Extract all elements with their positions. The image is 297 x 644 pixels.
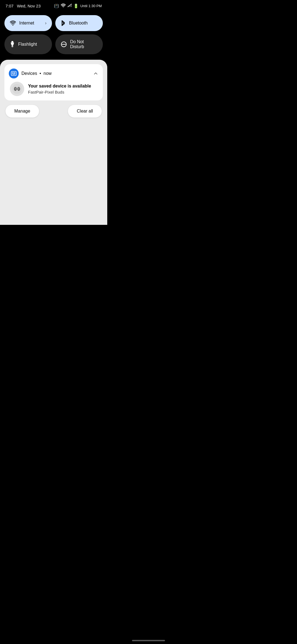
internet-tile[interactable]: Internet › [4, 15, 52, 31]
pixel-buds-icon [10, 82, 24, 96]
notification-app-icon [9, 69, 19, 78]
notification-title: Your saved device is available [28, 84, 91, 89]
flashlight-tile[interactable]: Flashlight [4, 34, 52, 54]
svg-rect-4 [71, 4, 72, 7]
status-icons: 📳 🔋 Until 1:30 PM [54, 3, 102, 9]
flashlight-icon [10, 41, 15, 48]
notification-text-block: Your saved device is available FastPair-… [28, 84, 91, 94]
svg-rect-2 [69, 5, 70, 7]
notification-app-name: Devices • now [21, 71, 52, 76]
svg-point-16 [12, 84, 22, 94]
svg-point-0 [63, 7, 64, 7]
notification-time: now [43, 71, 51, 76]
status-time-date: 7:07 Wed, Nov 23 [6, 4, 41, 8]
do-not-disturb-icon [61, 41, 67, 47]
wifi-tile-icon [10, 21, 16, 26]
time: 7:07 [6, 4, 13, 8]
svg-point-5 [12, 25, 13, 26]
svg-rect-13 [12, 72, 14, 73]
status-bar: 7:07 Wed, Nov 23 📳 🔋 [0, 0, 107, 11]
bluetooth-icon [61, 20, 66, 26]
do-not-disturb-tile[interactable]: Do Not Disturb [55, 34, 103, 54]
notification-area: Devices • now [0, 60, 107, 225]
internet-arrow-icon: › [45, 21, 46, 26]
bluetooth-tile[interactable]: Bluetooth [55, 15, 103, 31]
manage-button[interactable]: Manage [6, 105, 39, 118]
svg-rect-6 [12, 41, 13, 42]
battery-icon: 🔋 [73, 4, 79, 9]
notification-expand-button[interactable] [93, 71, 98, 76]
vibrate-icon: 📳 [54, 4, 59, 9]
do-not-disturb-tile-label: Do Not Disturb [70, 39, 97, 49]
notification-header: Devices • now [9, 69, 98, 78]
svg-rect-1 [68, 6, 68, 7]
signal-icon [67, 3, 72, 9]
svg-point-21 [15, 88, 16, 89]
svg-rect-3 [70, 4, 71, 7]
svg-rect-12 [11, 72, 16, 76]
bluetooth-tile-label: Bluetooth [69, 21, 88, 26]
svg-point-22 [18, 88, 19, 89]
wifi-icon [61, 3, 66, 9]
notification-content: Your saved device is available FastPair-… [9, 82, 98, 96]
notification-card: Devices • now [4, 64, 103, 100]
battery-label: Until 1:30 PM [80, 4, 102, 8]
notification-header-left: Devices • now [9, 69, 52, 78]
svg-marker-7 [11, 42, 14, 45]
clear-all-button[interactable]: Clear all [68, 105, 102, 118]
svg-rect-14 [14, 72, 15, 73]
action-buttons: Manage Clear all [4, 105, 103, 118]
flashlight-tile-label: Flashlight [18, 42, 37, 47]
quick-settings-grid: Internet › Bluetooth Flashlight [0, 11, 107, 60]
internet-tile-label: Internet [19, 21, 34, 26]
svg-rect-15 [12, 74, 15, 75]
date: Wed, Nov 23 [17, 4, 40, 8]
notification-subtitle: FastPair-Pixel Buds [28, 90, 91, 94]
